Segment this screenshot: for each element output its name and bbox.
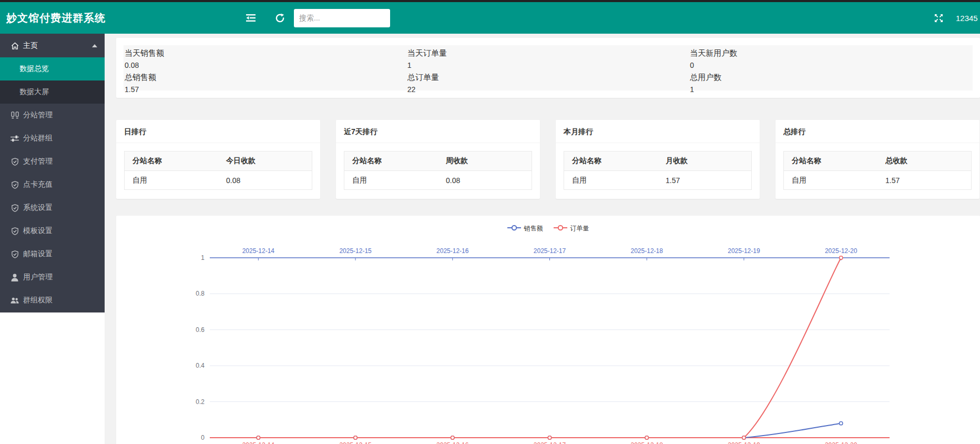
app-title: 妙文馆付费进群系统 xyxy=(0,11,245,25)
svg-text:0.4: 0.4 xyxy=(196,362,205,369)
home-icon xyxy=(11,42,19,50)
columns-icon xyxy=(11,111,19,119)
ranking-column-header: 周收款 xyxy=(438,152,532,171)
sliders-icon xyxy=(11,134,19,143)
refresh-icon[interactable] xyxy=(274,12,285,24)
svg-text:0: 0 xyxy=(201,434,205,441)
sidebar-item-label: 支付管理 xyxy=(23,157,53,166)
table-cell: 0.08 xyxy=(218,171,312,190)
fullscreen-icon[interactable] xyxy=(933,12,944,24)
stat-value: 0.08 xyxy=(125,60,402,70)
legend-marker-icon xyxy=(554,224,567,233)
menu-collapse-icon[interactable] xyxy=(245,12,257,24)
stat-value: 1.57 xyxy=(125,84,402,95)
ranking-card-title: 日排行 xyxy=(116,120,320,143)
svg-text:2025-12-20: 2025-12-20 xyxy=(825,247,858,255)
svg-text:2025-12-19: 2025-12-19 xyxy=(728,247,760,255)
legend-item[interactable]: 销售额 xyxy=(507,224,543,233)
ranking-card: 本月排行分站名称月收款自用1.57 xyxy=(556,120,760,199)
table-row: 自用1.57 xyxy=(564,171,752,190)
sidebar-item-label: 邮箱设置 xyxy=(23,249,53,259)
ranking-card-body: 分站名称今日收款自用0.08 xyxy=(116,143,320,198)
table-cell: 自用 xyxy=(125,171,219,190)
stat-value: 22 xyxy=(407,84,685,95)
sidebar-item-1[interactable]: 主页 xyxy=(0,34,105,57)
sidebar-item-6[interactable]: 系统设置 xyxy=(0,196,105,219)
ranking-card-title: 近7天排行 xyxy=(336,120,540,143)
stat-cell: 当天订单量1 xyxy=(407,46,690,70)
ranking-card-body: 分站名称周收款自用0.08 xyxy=(336,143,540,198)
stats-panel: 当天销售额0.08当天订单量1当天新用户数0总销售额1.57总订单量22总用户数… xyxy=(124,45,973,90)
svg-text:2025-12-19: 2025-12-19 xyxy=(728,441,760,444)
app-header: 妙文馆付费进群系统 12345 xyxy=(0,2,980,34)
svg-text:2025-12-16: 2025-12-16 xyxy=(436,247,469,255)
stat-label: 总订单量 xyxy=(407,72,685,83)
shield-icon xyxy=(11,250,19,258)
stat-value: 0 xyxy=(690,60,967,70)
svg-text:2025-12-16: 2025-12-16 xyxy=(436,441,469,444)
legend-label: 订单量 xyxy=(570,224,589,233)
svg-text:2025-12-14: 2025-12-14 xyxy=(242,441,275,444)
sidebar-item-label: 群组权限 xyxy=(23,296,53,305)
svg-text:0.6: 0.6 xyxy=(196,326,205,334)
ranking-cards-row: 日排行分站名称今日收款自用0.08近7天排行分站名称周收款自用0.08本月排行分… xyxy=(116,120,980,199)
stat-label: 当天新用户数 xyxy=(690,47,967,59)
table-row: 自用0.08 xyxy=(344,171,532,190)
legend-item[interactable]: 订单量 xyxy=(554,224,589,233)
table-cell: 自用 xyxy=(344,171,438,190)
sidebar-item-label: 系统设置 xyxy=(23,203,53,213)
sidebar-item-3[interactable]: 分站群组 xyxy=(0,127,105,150)
stat-label: 总销售额 xyxy=(125,72,402,83)
ranking-card-title: 本月排行 xyxy=(556,120,760,143)
table-cell: 自用 xyxy=(564,171,658,190)
ranking-card: 总排行分站名称总收款自用1.57 xyxy=(775,120,979,199)
stat-label: 当天订单量 xyxy=(407,47,685,59)
sidebar-subitem[interactable]: 数据总览 xyxy=(0,57,105,80)
sidebar-item-10[interactable]: 群组权限 xyxy=(0,289,105,312)
svg-text:0.2: 0.2 xyxy=(196,398,205,406)
legend-label: 销售额 xyxy=(524,224,543,233)
ranking-column-header: 月收款 xyxy=(658,152,752,171)
ranking-column-header: 总收款 xyxy=(877,152,972,171)
shield-icon xyxy=(11,180,19,189)
sidebar-item-8[interactable]: 邮箱设置 xyxy=(0,243,105,266)
ranking-table: 分站名称周收款自用0.08 xyxy=(344,151,532,190)
ranking-card: 日排行分站名称今日收款自用0.08 xyxy=(116,120,320,199)
ranking-card: 近7天排行分站名称周收款自用0.08 xyxy=(336,120,540,199)
ranking-column-header: 分站名称 xyxy=(784,152,878,171)
sidebar-item-label: 主页 xyxy=(23,41,38,51)
sidebar-item-5[interactable]: 点卡充值 xyxy=(0,173,105,196)
shield-icon xyxy=(11,157,19,166)
table-cell: 0.08 xyxy=(438,171,532,190)
sidebar-menu: 主页数据总览数据大屏分站管理分站群组支付管理点卡充值系统设置模板设置邮箱设置用户… xyxy=(0,34,105,312)
sidebar-subitem[interactable]: 数据大屏 xyxy=(0,80,105,104)
stat-cell: 当天新用户数0 xyxy=(690,46,973,70)
stat-cell: 当天销售额0.08 xyxy=(125,46,407,70)
ranking-column-header: 今日收款 xyxy=(218,152,312,171)
svg-text:0.8: 0.8 xyxy=(196,290,205,297)
sidebar-item-9[interactable]: 用户管理 xyxy=(0,266,105,289)
svg-text:2025-12-15: 2025-12-15 xyxy=(339,247,372,255)
shield-icon xyxy=(11,204,19,212)
table-row: 自用1.57 xyxy=(784,171,972,190)
sidebar-item-label: 模板设置 xyxy=(23,226,53,236)
shield-icon xyxy=(11,227,19,235)
sidebar-item-label: 点卡充值 xyxy=(23,180,53,189)
stat-label: 总用户数 xyxy=(690,72,967,83)
sidebar-item-7[interactable]: 模板设置 xyxy=(0,219,105,243)
table-cell: 1.57 xyxy=(658,171,752,190)
username[interactable]: 12345 xyxy=(956,14,980,23)
svg-text:2025-12-17: 2025-12-17 xyxy=(534,441,566,444)
ranking-column-header: 分站名称 xyxy=(125,152,219,171)
table-cell: 自用 xyxy=(784,171,878,190)
ranking-column-header: 分站名称 xyxy=(344,152,438,171)
ranking-column-header: 分站名称 xyxy=(564,152,658,171)
ranking-card-body: 分站名称总收款自用1.57 xyxy=(775,143,979,198)
sales-chart: 00.20.40.60.812025-12-142025-12-152025-1… xyxy=(116,216,980,444)
stat-value: 1 xyxy=(407,60,685,70)
sidebar-item-2[interactable]: 分站管理 xyxy=(0,104,105,127)
caret-up-icon xyxy=(92,44,97,47)
sidebar-item-4[interactable]: 支付管理 xyxy=(0,150,105,173)
search-input[interactable] xyxy=(294,9,390,27)
ranking-table: 分站名称月收款自用1.57 xyxy=(564,151,752,190)
